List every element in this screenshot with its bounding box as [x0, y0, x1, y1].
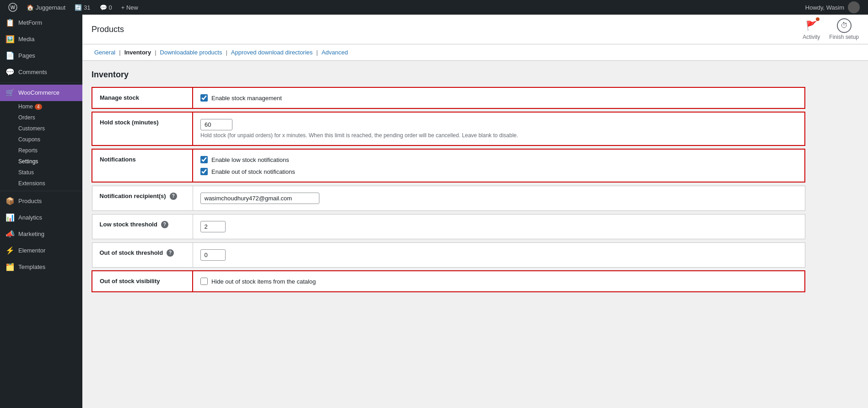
wp-logo-item[interactable]: W: [4, 0, 22, 15]
sidebar-item-marketing[interactable]: 📣 Marketing: [0, 226, 82, 242]
admin-bar: W 🏠 Juggernaut 🔄 31 💬 0 + New Howdy, Was…: [0, 0, 868, 15]
hold-stock-label: Hold stock (minutes): [92, 112, 193, 145]
home-badge: 4: [35, 104, 42, 110]
low-stock-notify-label[interactable]: Enable low stock notifications: [200, 156, 797, 163]
manage-stock-row: Manage stock Enable stock management: [92, 87, 805, 108]
metform-icon: 📋: [5, 18, 15, 27]
subnav-approved-dirs[interactable]: Approved download directories: [228, 48, 316, 57]
out-of-stock-notify-label[interactable]: Enable out of stock notifications: [200, 168, 797, 175]
templates-icon: 🗂️: [5, 263, 15, 272]
low-stock-threshold-help-icon[interactable]: ?: [161, 221, 168, 228]
notifications-row: Notifications Enable low stock notificat…: [92, 149, 805, 182]
submenu-home-label: Home: [18, 103, 33, 110]
sidebar-item-woocommerce[interactable]: 🛒 WooCommerce: [0, 85, 82, 101]
sidebar-label-pages: Pages: [18, 52, 35, 60]
sidebar-subitem-coupons[interactable]: Coupons: [0, 134, 82, 145]
enable-stock-management-label[interactable]: Enable stock management: [200, 94, 797, 102]
sidebar-subitem-settings[interactable]: Settings: [0, 156, 82, 167]
sidebar-item-metform[interactable]: 📋 MetForm: [0, 15, 82, 31]
sidebar-subitem-home[interactable]: Home 4: [0, 101, 82, 112]
hide-out-of-stock-label[interactable]: Hide out of stock items from the catalog: [200, 278, 797, 285]
out-of-stock-threshold-input[interactable]: [200, 249, 226, 261]
subnav-advanced[interactable]: Advanced: [319, 48, 351, 57]
sidebar-subitem-status[interactable]: Status: [0, 167, 82, 178]
sidebar-item-templates[interactable]: 🗂️ Templates: [0, 259, 82, 275]
enable-stock-management-checkbox[interactable]: [200, 94, 208, 102]
subnav-general[interactable]: General: [92, 48, 118, 57]
submenu-status-label: Status: [18, 169, 34, 176]
sidebar-label-comments: Comments: [18, 68, 47, 76]
notification-recipient-value: [193, 186, 805, 210]
submenu-customers-label: Customers: [18, 125, 45, 132]
sidebar-item-analytics[interactable]: 📊 Analytics: [0, 209, 82, 226]
notification-recipient-help-icon[interactable]: ?: [170, 193, 177, 200]
sidebar-item-products[interactable]: 📦 Products: [0, 193, 82, 209]
analytics-icon: 📊: [5, 213, 15, 222]
hold-stock-value: Hold stock (for unpaid orders) for x min…: [193, 112, 805, 145]
products-icon: 📦: [5, 197, 15, 206]
submenu-orders-label: Orders: [18, 114, 35, 121]
subnav-inventory[interactable]: Inventory: [122, 48, 154, 57]
media-icon: 🖼️: [5, 35, 15, 44]
submenu-extensions-label: Extensions: [18, 180, 45, 187]
page-header: Products 🚩 Activity ⏱ Finish setup: [82, 15, 868, 44]
header-actions: 🚩 Activity ⏱ Finish setup: [803, 18, 859, 40]
woocommerce-icon: 🛒: [5, 88, 15, 97]
sidebar-subitem-extensions[interactable]: Extensions: [0, 178, 82, 189]
hold-stock-input[interactable]: [200, 119, 232, 130]
notification-recipient-input[interactable]: [200, 193, 319, 204]
page-title-area: Products: [92, 25, 124, 34]
sidebar-label-woocommerce: WooCommerce: [18, 89, 59, 97]
subnav: General | Inventory | Downloadable produ…: [82, 44, 868, 61]
inventory-title: Inventory: [92, 70, 805, 80]
out-of-stock-threshold-label: Out of stock threshold ?: [92, 242, 193, 267]
new-item[interactable]: + New: [117, 0, 143, 15]
manage-stock-label: Manage stock: [92, 87, 193, 108]
low-stock-threshold-value: [193, 214, 805, 239]
sidebar-item-media[interactable]: 🖼️ Media: [0, 31, 82, 48]
sidebar-item-elementor[interactable]: ⚡ Elementor: [0, 242, 82, 259]
finish-setup-action[interactable]: ⏱ Finish setup: [829, 18, 859, 40]
page-title: Products: [92, 25, 124, 34]
svg-text:W: W: [11, 5, 16, 10]
site-name-item[interactable]: 🏠 Juggernaut: [22, 0, 70, 15]
updates-item[interactable]: 🔄 31: [70, 0, 95, 15]
out-of-stock-visibility-label: Out of stock visibility: [92, 271, 193, 292]
activity-label: Activity: [803, 34, 820, 40]
activity-flag-icon: 🚩: [804, 18, 819, 33]
sidebar-item-comments[interactable]: 💬 Comments: [0, 64, 82, 81]
out-of-stock-notify-text: Enable out of stock notifications: [211, 168, 295, 175]
hide-out-of-stock-text: Hide out of stock items from the catalog: [211, 278, 316, 285]
submenu-coupons-label: Coupons: [18, 136, 40, 143]
low-stock-notify-text: Enable low stock notifications: [211, 156, 289, 163]
sidebar-subitem-orders[interactable]: Orders: [0, 112, 82, 123]
out-of-stock-visibility-value: Hide out of stock items from the catalog: [193, 271, 805, 292]
sidebar-label-metform: MetForm: [18, 19, 42, 27]
sidebar-label-products: Products: [18, 197, 42, 205]
sidebar-item-pages[interactable]: 📄 Pages: [0, 48, 82, 64]
sidebar-label-analytics: Analytics: [18, 214, 42, 222]
submenu-settings-label: Settings: [18, 158, 38, 165]
low-stock-threshold-input[interactable]: [200, 221, 226, 232]
manage-stock-value: Enable stock management: [193, 87, 805, 108]
finish-setup-icon: ⏱: [837, 18, 852, 33]
sidebar-label-marketing: Marketing: [18, 230, 44, 238]
subnav-downloadable[interactable]: Downloadable products: [157, 48, 225, 57]
comments-menu-icon: 💬: [5, 68, 15, 77]
main-content-area: Products 🚩 Activity ⏱ Finish setup Gener…: [82, 15, 868, 408]
hold-stock-description: Hold stock (for unpaid orders) for x min…: [200, 132, 797, 139]
out-of-stock-notify-checkbox[interactable]: [200, 168, 208, 175]
comments-item[interactable]: 💬 0: [95, 0, 117, 15]
pages-icon: 📄: [5, 51, 15, 60]
low-stock-threshold-label: Low stock threshold ?: [92, 214, 193, 239]
low-stock-threshold-row: Low stock threshold ?: [92, 214, 805, 239]
marketing-icon: 📣: [5, 230, 15, 239]
sidebar-subitem-reports[interactable]: Reports: [0, 145, 82, 156]
sidebar-subitem-customers[interactable]: Customers: [0, 123, 82, 134]
sidebar-label-elementor: Elementor: [18, 247, 45, 255]
low-stock-notify-checkbox[interactable]: [200, 156, 208, 163]
activity-action[interactable]: 🚩 Activity: [803, 18, 820, 40]
hide-out-of-stock-checkbox[interactable]: [200, 278, 208, 285]
out-of-stock-threshold-help-icon[interactable]: ?: [167, 249, 174, 257]
elementor-icon: ⚡: [5, 246, 15, 255]
